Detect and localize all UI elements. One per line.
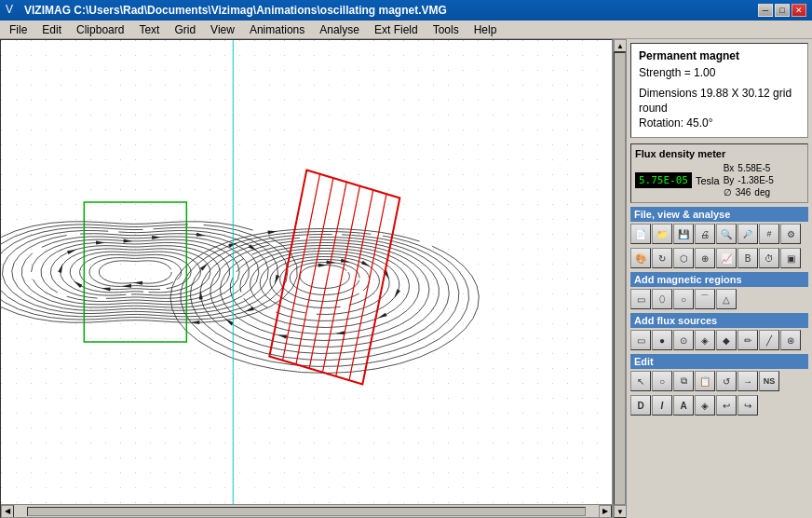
app-icon: V <box>6 3 20 18</box>
flux-diamond-btn[interactable]: ◆ <box>716 330 737 350</box>
paste-btn[interactable]: 📋 <box>695 371 715 391</box>
rotation-label: Rotation: 45.0° <box>639 116 800 130</box>
dimensions-label: Dimensions 19.88 X 30.12 grid <box>639 87 800 100</box>
extra5-btn[interactable]: ↩ <box>716 395 737 416</box>
extra6-btn[interactable]: ↪ <box>738 395 758 416</box>
grid-btn[interactable]: # <box>759 224 779 244</box>
menu-item-tools[interactable]: Tools <box>426 21 467 38</box>
scroll-up-btn[interactable]: ▲ <box>614 39 627 52</box>
graph-btn[interactable]: 📈 <box>716 248 737 268</box>
select-btn[interactable]: ↖ <box>630 371 651 391</box>
flux-extra-btn[interactable]: ⊛ <box>780 330 801 350</box>
close-button[interactable]: ✕ <box>792 4 806 17</box>
scroll-down-btn[interactable]: ▼ <box>614 505 627 518</box>
window-controls: ─ □ ✕ <box>758 4 806 17</box>
vertical-scrollbar[interactable]: ▲ ▼ <box>613 39 626 518</box>
flux-line-btn[interactable]: ╱ <box>759 330 779 350</box>
magnet-btn[interactable]: ⊕ <box>695 248 715 268</box>
undo-btn[interactable]: ↺ <box>716 371 737 391</box>
edit-circle-btn[interactable]: ○ <box>652 371 672 391</box>
angle-symbol: ∅ <box>724 186 732 198</box>
toolbar-edit-row2: D I A ◈ ↩ ↪ <box>630 395 808 416</box>
scroll-track[interactable] <box>27 507 586 516</box>
by-value: -1.38E-5 <box>738 174 773 186</box>
menu-item-clipboard[interactable]: Clipboard <box>69 21 131 38</box>
section-edit: Edit <box>630 354 808 369</box>
toolbar-flux: ▭ ● ⊙ ◈ ◆ ✏ ╱ ⊛ <box>630 330 808 350</box>
field-b-btn[interactable]: B <box>738 248 758 268</box>
filter-btn[interactable]: ⬡ <box>673 248 694 268</box>
by-row: By -1.38E-5 <box>724 174 774 186</box>
strength-label: Strength = 1.00 <box>639 66 800 79</box>
section-flux: Add flux sources <box>630 313 808 328</box>
bx-value: 5.58E-5 <box>738 162 770 174</box>
angle-value: 346 <box>736 186 751 198</box>
maximize-button[interactable]: □ <box>775 4 790 17</box>
mag-triangle-btn[interactable]: △ <box>716 289 737 309</box>
menu-bar: FileEditClipboardTextGridViewAnimationsA… <box>0 20 812 39</box>
section-file-view: File, view & analyse <box>630 207 808 222</box>
mag-circle-btn[interactable]: ○ <box>673 289 694 309</box>
title-bar-text: VIZIMAG C:\Users\Rad\Documents\Vizimag\A… <box>24 4 758 17</box>
toolbar-file-row1: 📄 📁 💾 🖨 🔍 🔎 # ⚙ <box>630 224 808 244</box>
toolbar-file-row2: 🎨 ↻ ⬡ ⊕ 📈 B ⏱ ▣ <box>630 248 808 268</box>
save-btn[interactable]: 💾 <box>673 224 694 244</box>
flux-rect-btn[interactable]: ▭ <box>630 330 651 350</box>
menu-item-analyse[interactable]: Analyse <box>312 21 367 38</box>
menu-item-view[interactable]: View <box>203 21 242 38</box>
menu-item-edit[interactable]: Edit <box>34 21 69 38</box>
title-bar: V VIZIMAG C:\Users\Rad\Documents\Vizimag… <box>0 0 812 20</box>
palette-btn[interactable]: 🎨 <box>630 248 651 268</box>
i-tool-btn[interactable]: I <box>652 395 672 416</box>
color-fill-btn[interactable]: ◈ <box>695 395 715 416</box>
menu-item-grid[interactable]: Grid <box>167 21 203 38</box>
zoom-in-btn[interactable]: 🔍 <box>716 224 737 244</box>
new-btn[interactable]: 📄 <box>630 224 651 244</box>
copy-btn[interactable]: ⧉ <box>673 371 694 391</box>
mag-arc-btn[interactable]: ⌒ <box>695 289 715 309</box>
text-tool-btn[interactable]: A <box>673 395 694 416</box>
flux-pencil-btn[interactable]: ✏ <box>738 330 758 350</box>
flux-target-btn[interactable]: ⊙ <box>673 330 694 350</box>
flux-value: 5.75E-05 <box>635 172 692 188</box>
settings-btn[interactable]: ⚙ <box>780 224 801 244</box>
canvas-area[interactable]: ◀ ▶ <box>0 39 613 518</box>
flux-header: Flux density meter <box>635 148 804 159</box>
menu-item-ext field[interactable]: Ext Field <box>367 21 426 38</box>
flux-unit: Tesla <box>696 175 720 186</box>
minimize-button[interactable]: ─ <box>758 4 773 17</box>
menu-item-help[interactable]: Help <box>467 21 505 38</box>
menu-item-animations[interactable]: Animations <box>242 21 312 38</box>
bx-label: Bx <box>724 162 735 174</box>
ns-btn[interactable]: NS <box>759 371 779 391</box>
toolbar-magnetic: ▭ ⬯ ○ ⌒ △ <box>630 289 808 309</box>
arrow-btn[interactable]: → <box>738 371 758 391</box>
horizontal-scrollbar[interactable]: ◀ ▶ <box>1 504 612 517</box>
zoom-out-btn[interactable]: 🔎 <box>738 224 758 244</box>
info-area: Permanent magnet Strength = 1.00 Dimensi… <box>630 43 808 138</box>
section-magnetic: Add magnetic regions <box>630 272 808 287</box>
extra-btn[interactable]: ▣ <box>780 248 801 268</box>
angle-row: ∅ 346 deg <box>724 186 774 198</box>
flux-circle-btn[interactable]: ● <box>652 330 672 350</box>
menu-item-file[interactable]: File <box>2 21 34 38</box>
field-canvas <box>1 40 612 504</box>
by-label: By <box>724 174 735 186</box>
print-btn[interactable]: 🖨 <box>695 224 715 244</box>
angle-unit: deg <box>754 186 770 198</box>
v-scroll-track[interactable] <box>614 52 626 505</box>
bx-row: Bx 5.58E-5 <box>724 162 774 174</box>
toolbar-edit-row1: ↖ ○ ⧉ 📋 ↺ → NS <box>630 371 808 391</box>
clock-btn[interactable]: ⏱ <box>759 248 779 268</box>
d-tool-btn[interactable]: D <box>630 395 651 416</box>
scroll-left-btn[interactable]: ◀ <box>1 505 14 518</box>
shape-label: round <box>639 102 800 115</box>
open-btn[interactable]: 📁 <box>652 224 672 244</box>
menu-item-text[interactable]: Text <box>131 21 167 38</box>
flux-arrow-btn[interactable]: ◈ <box>695 330 715 350</box>
rotate-btn[interactable]: ↻ <box>652 248 672 268</box>
flux-meter: Flux density meter 5.75E-05 Tesla Bx 5.5… <box>630 143 808 203</box>
scroll-right-btn[interactable]: ▶ <box>599 505 612 518</box>
mag-ellipse-btn[interactable]: ⬯ <box>652 289 672 309</box>
mag-rect-btn[interactable]: ▭ <box>630 289 651 309</box>
